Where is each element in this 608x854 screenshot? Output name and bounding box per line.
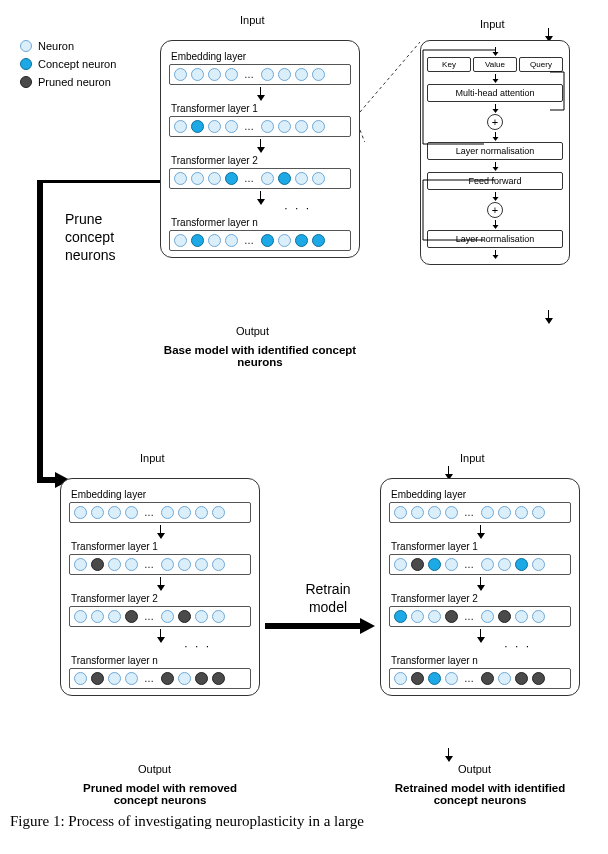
concept-neuron-icon — [20, 58, 32, 70]
arrow-down-icon — [254, 28, 608, 40]
output-label: Output — [236, 325, 269, 337]
layer-label: Embedding layer — [391, 489, 571, 500]
arrow-down-icon — [389, 629, 571, 643]
layer-label: Transformer layer 1 — [71, 541, 251, 552]
ellipsis-icon: … — [244, 235, 255, 246]
arrow-down-icon — [254, 310, 608, 324]
layer-label: Transformer layer 1 — [171, 103, 351, 114]
ellipsis-icon: … — [464, 559, 475, 570]
arrow-down-icon — [169, 191, 351, 205]
legend-pruned: Pruned neuron — [20, 76, 116, 88]
neuron-row: … — [69, 554, 251, 575]
arrow-down-icon — [427, 220, 563, 228]
neuron-row: … — [69, 502, 251, 523]
arrow-down-icon — [69, 629, 251, 643]
input-label: Input — [460, 452, 484, 464]
add-icon: + — [487, 202, 503, 218]
ellipsis-icon: … — [144, 507, 155, 518]
arrow-down-icon — [427, 132, 563, 140]
neuron-row: … — [69, 668, 251, 689]
neuron-row: … — [169, 64, 351, 85]
neuron-row: … — [389, 606, 571, 627]
arrow-down-icon — [427, 192, 563, 200]
neuron-row: … — [169, 116, 351, 137]
arrow-down-icon — [427, 104, 563, 112]
figure-caption: Figure 1: Process of investigating neuro… — [10, 813, 598, 830]
layernorm-box: Layer normalisation — [427, 142, 563, 160]
thick-arrow-retrain-icon — [265, 616, 375, 636]
arrow-down-icon — [389, 577, 571, 591]
retrain-action-label: Retrain model — [293, 580, 363, 616]
legend: Neuron Concept neuron Pruned neuron — [20, 40, 116, 94]
arrow-down-icon — [427, 47, 563, 55]
add-icon: + — [487, 114, 503, 130]
mha-box: Multi-head attention — [427, 84, 563, 102]
ellipsis-icon: … — [244, 69, 255, 80]
ellipsis-icon: … — [244, 121, 255, 132]
legend-label: Pruned neuron — [38, 76, 111, 88]
base-caption: Base model with identified concept neuro… — [160, 344, 360, 368]
neuron-icon — [20, 40, 32, 52]
retrained-caption: Retrained model with identified concept … — [380, 782, 580, 806]
neuron-row: … — [169, 230, 351, 251]
layer-label: Transformer layer 2 — [171, 155, 351, 166]
neuron-row: … — [389, 502, 571, 523]
ellipsis-icon: … — [464, 611, 475, 622]
value-box: Value — [473, 57, 517, 72]
layer-label: Transformer layer n — [71, 655, 251, 666]
transformer-detail-box: Key Value Query Multi-head attention + L… — [420, 40, 570, 265]
layer-label: Transformer layer 1 — [391, 541, 571, 552]
kvq-row: Key Value Query — [427, 55, 563, 74]
layer-label: Transformer layer 2 — [391, 593, 571, 604]
arrow-down-icon — [389, 525, 571, 539]
neuron-row: … — [389, 554, 571, 575]
query-box: Query — [519, 57, 563, 72]
arrow-down-icon — [427, 162, 563, 170]
arrow-down-icon — [69, 577, 251, 591]
legend-concept: Concept neuron — [20, 58, 116, 70]
retrained-model-box: Embedding layer … Transformer layer 1 … … — [380, 478, 580, 696]
ellipsis-icon: … — [144, 673, 155, 684]
layer-label: Embedding layer — [171, 51, 351, 62]
arrow-down-icon — [169, 139, 351, 153]
pruned-caption: Pruned model with removed concept neuron… — [60, 782, 260, 806]
layer-label: Transformer layer n — [391, 655, 571, 666]
layer-label: Embedding layer — [71, 489, 251, 500]
arrow-down-icon — [69, 525, 251, 539]
output-label: Output — [138, 763, 171, 775]
legend-neuron: Neuron — [20, 40, 116, 52]
legend-label: Neuron — [38, 40, 74, 52]
arrow-down-icon — [169, 87, 351, 101]
base-model-box: Embedding layer … Transformer layer 1 … … — [160, 40, 360, 258]
dashed-connector-icon — [360, 42, 420, 142]
layer-label: Transformer layer 2 — [71, 593, 251, 604]
output-label: Output — [458, 763, 491, 775]
svg-line-1 — [360, 130, 420, 142]
ellipsis-icon: … — [244, 173, 255, 184]
ellipsis-icon: … — [464, 673, 475, 684]
arrow-down-icon — [474, 466, 608, 478]
input-label: Input — [140, 452, 164, 464]
diagram-page: Neuron Concept neuron Pruned neuron Inpu… — [10, 10, 598, 830]
key-box: Key — [427, 57, 471, 72]
layernorm-box: Layer normalisation — [427, 230, 563, 248]
ellipsis-icon: … — [144, 611, 155, 622]
input-label: Input — [480, 18, 504, 30]
svg-marker-4 — [360, 618, 375, 634]
arrow-down-icon — [427, 250, 563, 258]
feedforward-box: Feed forward — [427, 172, 563, 190]
neuron-row: … — [389, 668, 571, 689]
ellipsis-icon: … — [144, 559, 155, 570]
pruned-neuron-icon — [20, 76, 32, 88]
neuron-row: … — [69, 606, 251, 627]
neuron-row: … — [169, 168, 351, 189]
pruned-model-box: Embedding layer … Transformer layer 1 … … — [60, 478, 260, 696]
prune-action-label: Prune concept neurons — [65, 210, 145, 265]
arrow-down-icon — [427, 74, 563, 82]
input-label: Input — [240, 14, 264, 26]
layer-label: Transformer layer n — [171, 217, 351, 228]
arrow-down-icon — [474, 748, 608, 762]
ellipsis-icon: … — [464, 507, 475, 518]
legend-label: Concept neuron — [38, 58, 116, 70]
svg-line-0 — [360, 42, 420, 112]
